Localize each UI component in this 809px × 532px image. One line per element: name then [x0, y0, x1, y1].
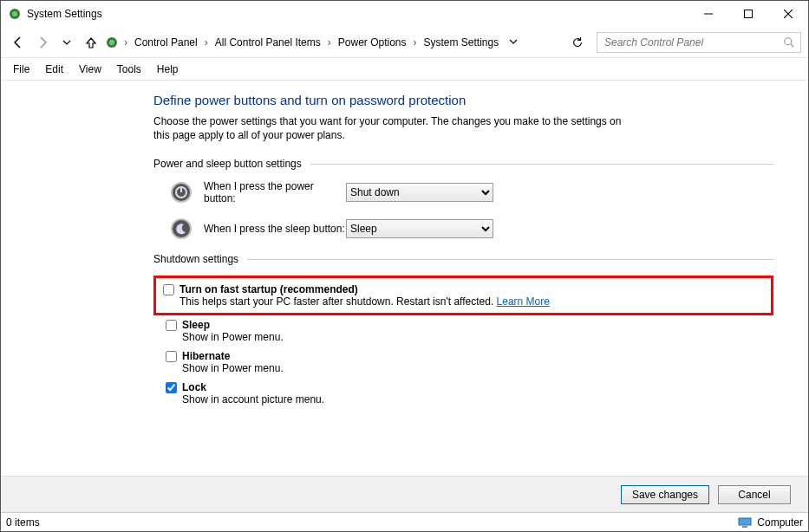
svg-point-7: [109, 40, 114, 45]
chevron-right-icon[interactable]: ›: [122, 36, 129, 49]
svg-rect-3: [745, 10, 753, 18]
hibernate-checkbox-title: Hibernate: [182, 350, 284, 362]
statusbar-item-count: 0 items: [6, 516, 738, 529]
up-button[interactable]: [81, 32, 101, 53]
fast-startup-title: Turn on fast startup (recommended): [179, 283, 550, 295]
power-sleep-section-header: Power and sleep button settings: [153, 158, 773, 170]
power-button-select[interactable]: Shut down: [346, 183, 493, 202]
menu-view[interactable]: View: [72, 62, 108, 77]
menu-file[interactable]: File: [6, 62, 36, 77]
sleep-checkbox[interactable]: [166, 320, 177, 331]
content-area: Define power buttons and turn on passwor…: [1, 81, 808, 476]
fast-startup-checkbox[interactable]: [163, 284, 174, 295]
chevron-right-icon[interactable]: ›: [411, 36, 418, 49]
power-button-icon: [169, 180, 193, 204]
sleep-button-icon: [169, 217, 193, 241]
hibernate-checkbox-desc: Show in Power menu.: [182, 362, 284, 374]
hibernate-checkbox[interactable]: [166, 351, 177, 362]
page-description: Choose the power settings that you want …: [153, 114, 639, 142]
fast-startup-row: Turn on fast startup (recommended) This …: [163, 283, 764, 308]
svg-point-8: [785, 37, 792, 44]
minimize-button[interactable]: [688, 1, 728, 27]
breadcrumb: › Control Panel › All Control Panel Item…: [105, 35, 564, 50]
page-heading: Define power buttons and turn on passwor…: [153, 93, 773, 107]
hibernate-checkbox-row: Hibernate Show in Power menu.: [166, 350, 773, 374]
sleep-button-row: When I press the sleep button: Sleep: [169, 217, 773, 241]
statusbar-computer-label: Computer: [757, 516, 803, 529]
breadcrumb-dropdown-icon[interactable]: [509, 36, 518, 49]
menubar: File Edit View Tools Help: [1, 58, 808, 81]
svg-point-1: [12, 11, 17, 16]
lock-checkbox-desc: Show in account picture menu.: [182, 393, 324, 405]
breadcrumb-power-options[interactable]: Power Options: [335, 35, 410, 50]
computer-icon: [738, 517, 752, 528]
search-box[interactable]: [597, 32, 801, 53]
system-settings-window: System Settings › Control Panel › All Co…: [0, 0, 809, 532]
fast-startup-desc: This helps start your PC faster after sh…: [179, 295, 550, 308]
refresh-button[interactable]: [567, 32, 588, 53]
svg-rect-16: [739, 518, 751, 525]
sleep-checkbox-row: Sleep Show in Power menu.: [166, 319, 773, 343]
sleep-checkbox-title: Sleep: [182, 319, 284, 331]
back-button[interactable]: [8, 32, 29, 53]
breadcrumb-system-settings[interactable]: System Settings: [420, 35, 502, 50]
learn-more-link[interactable]: Learn More: [497, 295, 550, 308]
shutdown-section-header: Shutdown settings: [153, 253, 773, 265]
svg-line-9: [791, 43, 794, 47]
power-options-app-icon: [8, 7, 22, 21]
close-button[interactable]: [768, 1, 808, 27]
sleep-button-label: When I press the sleep button:: [204, 223, 346, 235]
svg-rect-17: [742, 526, 747, 528]
cancel-button[interactable]: Cancel: [718, 485, 791, 504]
window-title: System Settings: [27, 8, 102, 20]
chevron-right-icon[interactable]: ›: [326, 36, 333, 49]
search-icon: [783, 36, 795, 49]
sleep-button-select[interactable]: Sleep: [346, 219, 493, 238]
menu-help[interactable]: Help: [150, 62, 186, 77]
lock-checkbox-title: Lock: [182, 381, 324, 393]
navigation-bar: › Control Panel › All Control Panel Item…: [1, 27, 808, 58]
forward-button[interactable]: [32, 32, 53, 53]
sleep-checkbox-desc: Show in Power menu.: [182, 331, 284, 343]
power-button-row: When I press the power button: Shut down: [169, 180, 773, 204]
search-input[interactable]: [603, 36, 783, 49]
breadcrumb-control-panel[interactable]: Control Panel: [131, 35, 201, 50]
save-changes-button[interactable]: Save changes: [621, 485, 709, 504]
chevron-right-icon[interactable]: ›: [203, 36, 210, 49]
fast-startup-highlight: Turn on fast startup (recommended) This …: [153, 276, 773, 315]
button-bar: Save changes Cancel: [1, 476, 808, 512]
power-button-label: When I press the power button:: [204, 180, 346, 204]
recent-locations-button[interactable]: [56, 32, 77, 53]
lock-checkbox[interactable]: [166, 382, 177, 393]
titlebar: System Settings: [1, 1, 808, 27]
breadcrumb-all-items[interactable]: All Control Panel Items: [212, 35, 324, 50]
menu-edit[interactable]: Edit: [38, 62, 70, 77]
lock-checkbox-row: Lock Show in account picture menu.: [166, 381, 773, 405]
maximize-button[interactable]: [728, 1, 768, 27]
menu-tools[interactable]: Tools: [110, 62, 148, 77]
statusbar: 0 items Computer: [1, 512, 808, 531]
power-options-path-icon: [105, 36, 119, 49]
